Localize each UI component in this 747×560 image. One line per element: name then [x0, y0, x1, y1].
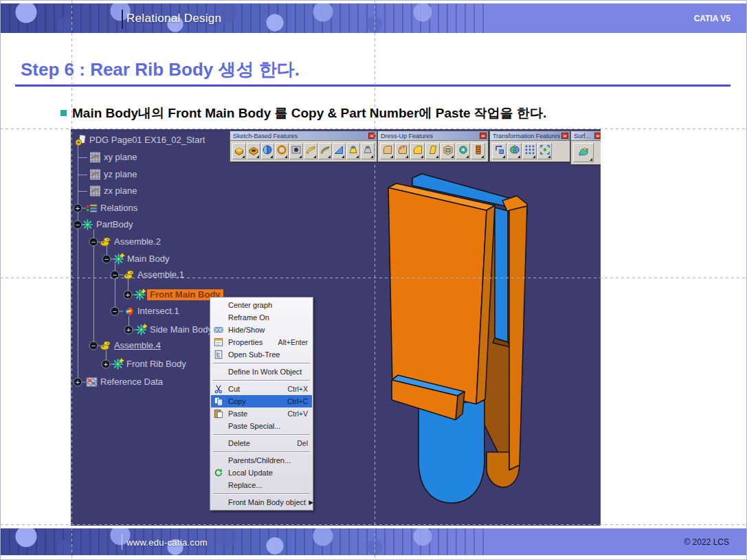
tree-node-main-body[interactable]: Main Body	[127, 254, 169, 265]
tree-node-zx-plane[interactable]: zx plane	[104, 186, 137, 197]
menu-item-local-update[interactable]: Local Update	[211, 467, 312, 479]
removed-loft-icon	[362, 144, 373, 158]
close-icon[interactable]	[594, 133, 601, 139]
menu-item-parents-children[interactable]: Parents/Children...	[211, 454, 312, 467]
menu-item-cut[interactable]: CutCtrl+X	[211, 383, 312, 395]
tree-connector	[78, 175, 87, 175]
tree-expand-icon[interactable]: +	[124, 326, 133, 335]
part-icon	[75, 135, 87, 146]
chamfer-button[interactable]	[410, 143, 425, 159]
relations-icon	[86, 203, 98, 214]
horizontal-guide-bottom	[0, 524, 747, 525]
menu-item-label: Paste	[228, 410, 288, 418]
toolbar-title-bar: Surf...	[571, 131, 601, 141]
variable-fillet-button[interactable]	[395, 143, 410, 159]
tree-collapse-icon[interactable]: −	[89, 238, 98, 247]
shell-icon	[443, 144, 454, 158]
thickness-button[interactable]	[456, 143, 470, 159]
tree-node-partbody[interactable]: PartBody	[96, 219, 133, 230]
hole-button[interactable]	[289, 143, 303, 159]
tree-node-assemble-1[interactable]: Assemble.1	[137, 269, 184, 280]
thread-icon	[473, 144, 484, 158]
menu-item-define-in-work-object[interactable]: Define In Work Object	[211, 366, 312, 378]
menu-item-reframe-on[interactable]: Reframe On	[211, 311, 312, 324]
thread-button[interactable]	[471, 143, 485, 159]
scaling-button[interactable]	[537, 143, 552, 159]
menu-icon-spacer	[214, 497, 225, 507]
pocket-button[interactable]	[247, 143, 260, 159]
loft-button[interactable]	[346, 143, 360, 159]
tree-node-front-rib-body[interactable]: Front Rib Body	[126, 359, 186, 370]
tree-expand-icon[interactable]: +	[124, 291, 133, 300]
thickness-icon	[458, 144, 469, 158]
tree-node-pdg-page01-ex16-02-start[interactable]: PDG Page01 EX16_02_Start	[89, 135, 205, 146]
shaft-button[interactable]	[261, 143, 275, 159]
rib-button[interactable]	[304, 143, 317, 159]
plane-icon	[89, 186, 101, 197]
menu-item-properties[interactable]: PropertiesAlt+Enter	[211, 336, 312, 348]
stiffener-button[interactable]	[333, 143, 346, 159]
catia-viewport[interactable]: PDG Page01 EX16_02_Startxy planeyz plane…	[71, 129, 601, 526]
toolbar-title-bar: Transformation Features	[490, 131, 570, 141]
loft-icon	[348, 144, 359, 158]
tree-node-yz-plane[interactable]: yz plane	[104, 169, 137, 180]
menu-item-replace[interactable]: Replace...	[211, 479, 312, 491]
context-menu: Center graphReframe OnHide/ShowPropertie…	[210, 297, 313, 511]
assembly-icon	[100, 340, 111, 352]
header-decoration	[0, 3, 484, 33]
reference-data-icon	[86, 377, 98, 388]
menu-item-center-graph[interactable]: Center graph	[211, 299, 312, 311]
translation-button[interactable]	[492, 143, 506, 159]
tree-node-xy-plane[interactable]: xy plane	[104, 152, 137, 163]
tree-collapse-icon[interactable]: −	[89, 341, 98, 350]
slot-button[interactable]	[318, 143, 332, 159]
tree-collapse-icon[interactable]: −	[74, 221, 82, 229]
menu-item-label: Properties	[228, 338, 278, 346]
groove-button[interactable]	[275, 143, 289, 159]
shaft-icon	[262, 144, 273, 158]
toolbar-buttons	[378, 141, 488, 161]
tree-expand-icon[interactable]: +	[74, 204, 82, 213]
menu-item-paste[interactable]: PasteCtrl+V	[211, 407, 312, 420]
tree-node-relations[interactable]: Relations	[100, 203, 137, 214]
menu-item-label: Open Sub-Tree	[228, 350, 308, 359]
toolbar-title: Transformation Features	[493, 133, 561, 139]
mirror-button[interactable]	[507, 143, 522, 159]
rectangular-pattern-button[interactable]	[522, 143, 537, 159]
removed-loft-button[interactable]	[361, 143, 375, 159]
menu-icon-spacer	[214, 480, 225, 490]
menu-item-hide-show[interactable]: Hide/Show	[211, 324, 312, 336]
menu-separator	[213, 451, 310, 452]
shell-button[interactable]	[441, 143, 455, 159]
draft-button[interactable]	[425, 143, 440, 159]
menu-item-open-sub-tree[interactable]: Open Sub-Tree	[211, 348, 312, 361]
edge-fillet-button[interactable]	[380, 143, 394, 159]
menu-item-copy[interactable]: CopyCtrl+C	[211, 395, 312, 407]
pad-button[interactable]	[232, 143, 246, 159]
tree-node-assemble-4[interactable]: Assemble.4	[114, 340, 161, 351]
tree-node-assemble-2[interactable]: Assemble.2	[114, 236, 161, 247]
toolbar-title-bar: Sketch-Based Features	[230, 131, 377, 141]
tree-node-intersect-1[interactable]: Intersect.1	[137, 306, 179, 317]
menu-item-paste-special[interactable]: Paste Special...	[211, 420, 312, 432]
body-plus-icon	[134, 289, 146, 301]
tree-collapse-icon[interactable]: −	[102, 255, 111, 264]
tree-node-reference-data[interactable]: Reference Data	[100, 377, 163, 388]
extrude-surface-button[interactable]	[573, 143, 594, 162]
local-update-icon	[214, 468, 225, 478]
close-icon[interactable]	[480, 133, 487, 139]
tree-collapse-icon[interactable]: −	[111, 307, 120, 316]
mirror-icon	[509, 144, 520, 158]
menu-separator	[213, 380, 310, 381]
tree-expand-icon[interactable]: +	[102, 360, 111, 369]
tree-node-side-main-body[interactable]: Side Main Body	[150, 324, 212, 335]
tree-connector	[78, 144, 78, 382]
tree-expand-icon[interactable]: +	[74, 378, 82, 387]
menu-icon-spacer	[214, 300, 225, 310]
menu-item-front-main-body-object[interactable]: Front Main Body object▶	[211, 496, 312, 508]
menu-item-delete[interactable]: DeleteDel	[211, 437, 312, 449]
hole-icon	[291, 144, 302, 158]
menu-item-label: Replace...	[228, 481, 308, 489]
close-icon[interactable]	[561, 133, 568, 139]
part-3d-model[interactable]	[375, 165, 601, 522]
